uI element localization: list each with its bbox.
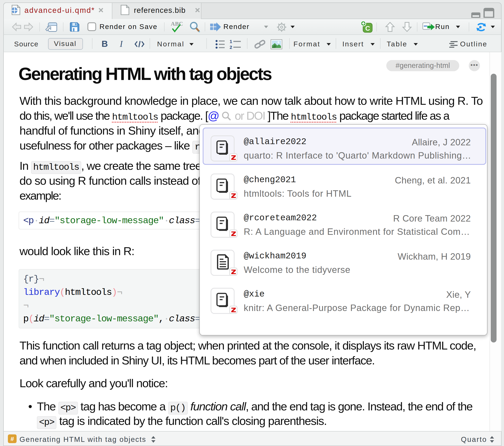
svg-text:2: 2	[230, 45, 232, 50]
svg-text:1: 1	[230, 39, 232, 44]
svg-text:C: C	[365, 25, 370, 32]
